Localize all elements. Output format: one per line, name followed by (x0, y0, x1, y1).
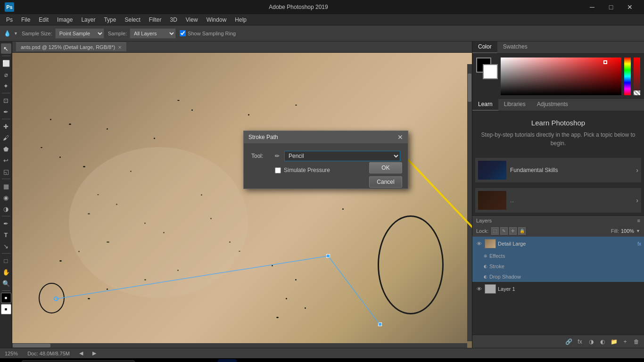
eraser-tool[interactable]: ◱ (1, 166, 11, 177)
menu-filter[interactable]: Filter (145, 16, 165, 24)
scroll-arrow-right[interactable]: ▶ (92, 350, 96, 356)
type-tool[interactable]: T (1, 230, 11, 240)
hand-tool[interactable]: ✋ (1, 267, 11, 277)
menu-ps[interactable]: Ps (2, 16, 17, 24)
canvas-tab-item[interactable]: ants.psd @ 125% (Detail Large, RGB/8*) ✕ (16, 42, 126, 51)
menu-help[interactable]: Help (231, 16, 250, 24)
path-selection-tool[interactable]: ↘ (1, 241, 11, 251)
color-picker-handle[interactable] (603, 60, 607, 64)
canvas-tab-close[interactable]: ✕ (118, 45, 122, 50)
vertical-scrollbar-thumb[interactable] (468, 74, 471, 102)
add-style-button[interactable]: fx (575, 337, 585, 346)
healing-tool[interactable]: ✚ (1, 121, 11, 132)
color-control-area (476, 58, 640, 95)
lasso-tool[interactable]: ⌀ (1, 69, 11, 80)
layer-sub-effects[interactable]: ⊕ Effects (472, 251, 644, 261)
zoom-tool[interactable]: 🔍 (1, 278, 11, 288)
layer1-visibility-icon[interactable]: 👁 (475, 285, 483, 293)
fill-value[interactable]: 100% (621, 228, 634, 234)
menu-3d[interactable]: 3D (166, 16, 181, 24)
menu-type[interactable]: Type (100, 16, 120, 24)
left-toolbar: ↖ ⬜ ⌀ ✦ ⊡ ✒ ✚ 🖌 ⬟ ↩ ◱ ▦ ◉ ◑ ✒ T ↘ □ ✋ 🔍 … (0, 41, 12, 348)
hue-slider[interactable] (624, 58, 631, 95)
dialog-title-bar[interactable]: Stroke Path ✕ (244, 131, 408, 143)
menu-view[interactable]: View (182, 16, 202, 24)
gradient-tool[interactable]: ▦ (1, 181, 11, 191)
menu-window[interactable]: Window (203, 16, 231, 24)
move-tool[interactable]: ↖ (1, 43, 11, 54)
tab-swatches[interactable]: Swatches (497, 41, 533, 53)
lock-pixels-icon[interactable]: ✎ (500, 227, 508, 235)
tool-select[interactable]: Pencil Brush Eraser (284, 151, 400, 161)
edge-icon[interactable]: 🌐 (158, 359, 177, 362)
menu-edit[interactable]: Edit (35, 16, 52, 24)
lock-position-icon[interactable]: ✛ (509, 227, 517, 235)
layer-row-layer1[interactable]: 👁 Layer 1 (472, 282, 644, 296)
start-button[interactable] (3, 359, 20, 362)
maximize-button[interactable]: □ (602, 0, 620, 14)
link-layers-button[interactable]: 🔗 (564, 337, 573, 346)
add-group-button[interactable]: 📁 (609, 337, 619, 346)
pen-tool[interactable]: ✒ (1, 218, 11, 229)
learn-desc: Step-by-step tutorials directly in the a… (477, 131, 639, 148)
menu-image[interactable]: Image (53, 16, 76, 24)
alpha-slider[interactable] (634, 58, 640, 95)
magic-wand-tool[interactable]: ✦ (1, 81, 11, 91)
taskview-button[interactable]: ⊡ (139, 359, 157, 362)
simulate-pressure-checkbox[interactable] (275, 167, 281, 173)
layer-row-detail-large[interactable]: 👁 Detail Large fx (472, 237, 644, 251)
horizontal-scrollbar-thumb[interactable] (13, 344, 50, 347)
brush-tool[interactable]: 🖌 (1, 132, 11, 143)
layer-visibility-icon[interactable]: 👁 (475, 240, 483, 247)
menu-file[interactable]: File (17, 16, 34, 24)
tab-libraries[interactable]: Libraries (498, 99, 531, 111)
layers-panel-menu-icon[interactable]: ≡ (637, 218, 640, 223)
blur-tool[interactable]: ◉ (1, 192, 11, 203)
lock-all-icon[interactable]: 🔒 (518, 227, 526, 235)
sample-select[interactable]: All Layers Current Layer (130, 28, 176, 39)
skill-card-2[interactable]: ... › (475, 188, 641, 213)
toolbar-separator-5 (2, 216, 10, 216)
canvas-area: ants.psd @ 125% (Detail Large, RGB/8*) ✕ (12, 41, 472, 348)
menu-select[interactable]: Select (121, 16, 144, 24)
stamp-tool[interactable]: ⬟ (1, 144, 11, 154)
menu-layer[interactable]: Layer (77, 16, 99, 24)
minimize-button[interactable]: ─ (583, 0, 602, 14)
color-gradient-box[interactable] (501, 58, 621, 95)
fill-dropdown-icon[interactable]: ▼ (636, 229, 640, 233)
eyedropper-tool[interactable]: ✒ (1, 107, 11, 117)
lock-transparent-icon[interactable]: ⬚ (491, 227, 499, 235)
horizontal-scrollbar[interactable] (12, 343, 467, 348)
foreground-color-btn[interactable]: ■ (1, 293, 11, 303)
history-brush-tool[interactable]: ↩ (1, 155, 11, 165)
effects-icon: ⊕ (484, 254, 487, 258)
dodge-tool[interactable]: ◑ (1, 204, 11, 214)
vertical-scrollbar[interactable] (467, 64, 472, 341)
explorer-icon[interactable]: 📁 (178, 359, 197, 362)
tab-learn[interactable]: Learn (472, 99, 498, 111)
sample-size-select[interactable]: Point Sample 3 by 3 Average 5 by 5 Avera… (55, 28, 104, 39)
close-button[interactable]: ✕ (620, 0, 639, 14)
photoshop-taskbar-icon[interactable]: Ps (218, 359, 237, 362)
layer-sub-stroke[interactable]: ◐ Stroke (472, 261, 644, 272)
dialog-close-button[interactable]: ✕ (397, 133, 403, 141)
scroll-arrow-left[interactable]: ◀ (79, 350, 83, 356)
skill-card-fundamental[interactable]: Fundamental Skills › (475, 158, 641, 182)
background-color-swatch[interactable] (483, 64, 498, 79)
crop-tool[interactable]: ⊡ (1, 95, 11, 106)
show-sampling-checkbox[interactable] (180, 30, 186, 36)
marquee-tool[interactable]: ⬜ (1, 58, 11, 68)
add-mask-button[interactable]: ◑ (586, 337, 596, 346)
background-color-btn[interactable]: ■ (1, 304, 11, 314)
delete-layer-button[interactable]: 🗑 (632, 337, 641, 346)
search-box[interactable]: 🔍 Type here to search 🎤 (22, 360, 135, 362)
tab-adjustments[interactable]: Adjustments (531, 99, 574, 111)
add-layer-button[interactable]: + (620, 337, 630, 346)
stroke-cancel-button[interactable]: Cancel (369, 176, 402, 188)
add-adjustment-button[interactable]: ◐ (598, 337, 607, 346)
tab-color[interactable]: Color (472, 41, 497, 53)
layer-sub-dropshadow[interactable]: ◐ Drop Shadow (472, 272, 644, 282)
stroke-ok-button[interactable]: OK (369, 162, 402, 173)
shape-tool[interactable]: □ (1, 255, 11, 266)
chrome-icon[interactable]: 🔵 (198, 359, 217, 362)
